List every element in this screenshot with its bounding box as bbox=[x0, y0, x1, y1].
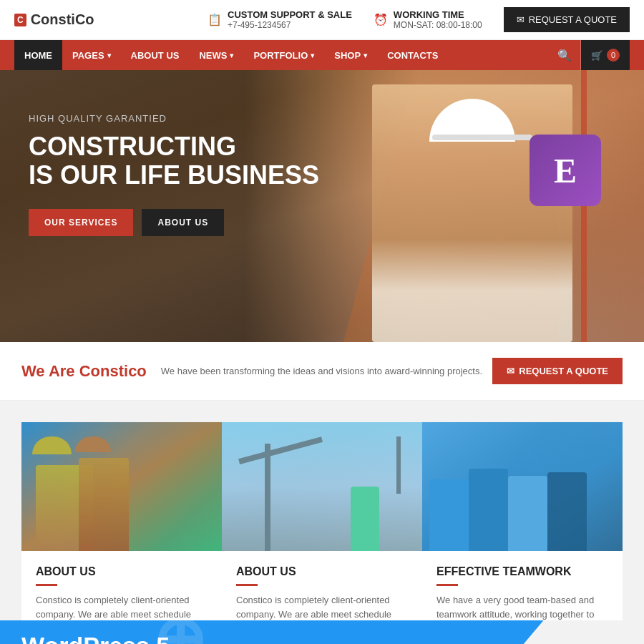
main-nav: HOME PAGES ▾ ABOUT US NEWS ▾ PORTFOLIO ▾… bbox=[0, 40, 644, 70]
envelope-icon: ✉ bbox=[517, 14, 525, 25]
card-1-title: ABOUT US bbox=[36, 565, 208, 578]
cart-button[interactable]: 🛒 0 bbox=[581, 40, 630, 70]
support-phone: +7-495-1234567 bbox=[228, 20, 291, 30]
request-quote-label: REQUEST A QUOTE bbox=[529, 14, 617, 25]
hero-subtitle: HIGH QUALITY GARANTIED bbox=[29, 113, 329, 124]
top-bar: C ConstiCo 📋 CUSTOM SUPPORT & SALE +7-49… bbox=[0, 0, 644, 40]
working-label: WORKING TIME bbox=[394, 9, 482, 20]
logo-icon: C bbox=[14, 14, 26, 26]
elementor-badge: E bbox=[530, 135, 601, 206]
chevron-down-icon: ▾ bbox=[230, 52, 233, 59]
about-bar-text: We have been transforming the ideas and … bbox=[161, 366, 482, 376]
about-bar-left: We Are Constico We have been transformin… bbox=[21, 362, 482, 381]
clock-icon: ⏰ bbox=[374, 13, 388, 26]
card-1-divider bbox=[36, 584, 57, 586]
our-services-button[interactable]: OUR SERVICES bbox=[29, 209, 133, 236]
nav-right: 🔍 🛒 0 bbox=[549, 40, 630, 70]
nav-item-pages[interactable]: PAGES ▾ bbox=[62, 40, 121, 70]
card-3-divider bbox=[436, 584, 458, 586]
wp5-cutout bbox=[501, 620, 644, 645]
support-info: 📋 CUSTOM SUPPORT & SALE +7-495-1234567 bbox=[208, 9, 352, 30]
card-2-divider bbox=[236, 584, 258, 586]
chevron-down-icon: ▾ bbox=[364, 52, 367, 59]
hero-buttons: OUR SERVICES ABOUT US bbox=[29, 209, 329, 236]
request-quote-label-2: REQUEST A QUOTE bbox=[519, 366, 608, 376]
elementor-letter: E bbox=[554, 151, 577, 190]
working-info: ⏰ WORKING TIME MON-SAT: 08:00-18:00 bbox=[374, 9, 482, 30]
nav-item-portfolio[interactable]: PORTFOLIO ▾ bbox=[243, 40, 324, 70]
request-quote-button-2[interactable]: ✉ REQUEST A QUOTE bbox=[492, 358, 623, 384]
nav-item-about[interactable]: ABOUT US bbox=[121, 40, 190, 70]
nav-item-home[interactable]: HOME bbox=[14, 40, 62, 70]
support-icon: 📋 bbox=[208, 13, 222, 26]
card-2-title: ABOUT US bbox=[236, 565, 408, 578]
wp5-bar: ⊕ WordPress 5 bbox=[0, 620, 644, 645]
chevron-down-icon: ▾ bbox=[311, 52, 314, 59]
logo-text: ConstiCo bbox=[31, 11, 94, 28]
request-quote-button[interactable]: ✉ REQUEST A QUOTE bbox=[504, 7, 630, 32]
nav-item-news[interactable]: NEWS ▾ bbox=[189, 40, 243, 70]
card-2: ABOUT US Constico is completely client-o… bbox=[222, 422, 422, 644]
cards-section: ABOUT US Constico is completely client-o… bbox=[0, 401, 644, 644]
wp5-text: WordPress 5 bbox=[21, 632, 170, 645]
hero-person bbox=[372, 84, 572, 342]
hero-section: HIGH QUALITY GARANTIED CONSTRUCTING IS O… bbox=[0, 70, 644, 342]
nav-item-contacts[interactable]: CONTACTS bbox=[377, 40, 448, 70]
about-bar: We Are Constico We have been transformin… bbox=[0, 342, 644, 401]
card-3-image bbox=[422, 422, 623, 551]
chevron-down-icon: ▾ bbox=[107, 52, 111, 59]
card-3-title: EFFECTIVE TEAMWORK bbox=[436, 565, 608, 578]
top-info: 📋 CUSTOM SUPPORT & SALE +7-495-1234567 ⏰… bbox=[208, 7, 630, 32]
cart-count: 0 bbox=[607, 49, 620, 62]
support-label: CUSTOM SUPPORT & SALE bbox=[228, 9, 352, 20]
card-3: EFFECTIVE TEAMWORK We have a very good t… bbox=[422, 422, 623, 644]
nav-item-shop[interactable]: SHOP ▾ bbox=[324, 40, 377, 70]
nav-links: HOME PAGES ▾ ABOUT US NEWS ▾ PORTFOLIO ▾… bbox=[14, 40, 448, 70]
logo: C ConstiCo bbox=[14, 11, 94, 28]
about-us-button[interactable]: ABOUT US bbox=[142, 209, 224, 236]
about-bar-title: We Are Constico bbox=[21, 362, 147, 381]
search-button[interactable]: 🔍 bbox=[549, 40, 580, 70]
hero-content: HIGH QUALITY GARANTIED CONSTRUCTING IS O… bbox=[0, 70, 358, 279]
card-1-image bbox=[21, 422, 222, 551]
envelope-icon-2: ✉ bbox=[507, 366, 514, 376]
cart-icon: 🛒 bbox=[591, 50, 602, 61]
working-hours: MON-SAT: 08:00-18:00 bbox=[394, 20, 482, 30]
wp-overlay: ⊕ WordPress 5 Gutenberg Ready bbox=[0, 620, 644, 645]
card-2-image bbox=[222, 422, 422, 551]
hero-title: CONSTRUCTING IS OUR LIFE BUSINESS bbox=[29, 132, 329, 189]
